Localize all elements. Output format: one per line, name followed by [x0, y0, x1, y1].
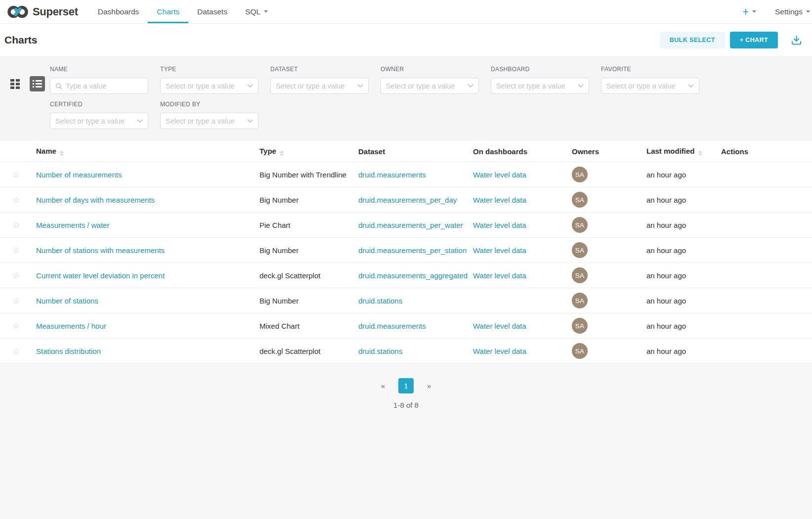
owner-avatar[interactable]: SA: [572, 242, 588, 258]
favorite-star-icon[interactable]: ☆: [12, 322, 20, 330]
card-view-toggle[interactable]: [7, 76, 23, 91]
table-row: ☆ Measurements / water Pie Chart druid.m…: [0, 213, 812, 238]
name-cell: Measurements / water: [36, 221, 259, 229]
owner-avatar[interactable]: SA: [572, 293, 588, 308]
chevron-down-icon: [752, 10, 756, 13]
dataset-link[interactable]: druid.measurements_aggregated: [358, 271, 468, 280]
dashboard-link[interactable]: Water level data: [473, 271, 526, 280]
dashboard-link[interactable]: Water level data: [473, 246, 526, 255]
app-logo[interactable]: Superset: [7, 0, 78, 23]
filter-group-modified-by: MODIFIED BY Select or type a value: [160, 100, 258, 129]
favorite-star-icon[interactable]: ☆: [12, 171, 20, 179]
type-cell: deck.gl Scatterplot: [259, 271, 358, 280]
favorite-star-icon[interactable]: ☆: [12, 246, 20, 255]
chart-name-link[interactable]: Measurements / water: [36, 221, 109, 229]
dataset-link[interactable]: druid.stations: [358, 347, 402, 355]
dataset-link[interactable]: druid.measurements_per_station: [358, 246, 467, 255]
last-modified-cell: an hour ago: [646, 221, 721, 229]
dataset-link[interactable]: druid.measurements_per_water: [358, 221, 463, 229]
modified-by-filter-select[interactable]: Select or type a value: [160, 113, 258, 129]
favorite-cell: ☆: [0, 271, 36, 280]
sort-icon: [698, 151, 702, 156]
favorite-star-icon[interactable]: ☆: [12, 221, 20, 229]
dataset-cell: druid.measurements: [358, 322, 473, 330]
chart-name-link[interactable]: Measurements / hour: [36, 322, 106, 330]
pagination-next[interactable]: »: [427, 382, 431, 390]
owner-avatar[interactable]: SA: [572, 217, 588, 233]
dataset-filter-select[interactable]: Select or type a value: [270, 78, 369, 94]
dashboard-filter-select[interactable]: Select or type a value: [491, 78, 589, 94]
chevron-down-icon: [357, 84, 363, 88]
column-header-name[interactable]: Name: [36, 147, 259, 156]
chart-name-link[interactable]: Number of stations with measurements: [36, 246, 165, 255]
column-header-type[interactable]: Type: [259, 147, 358, 156]
filter-group-favorite: FAVORITE Select or type a value: [601, 65, 699, 94]
table-row: ☆ Current water level deviation in perce…: [0, 263, 812, 288]
pagination-prev[interactable]: «: [381, 382, 385, 390]
filter-row-1: NAME TYPE Select or type a value DATASET…: [50, 65, 812, 94]
filter-label: DATASET: [270, 66, 369, 73]
favorite-cell: ☆: [0, 246, 36, 255]
dataset-link[interactable]: druid.measurements: [358, 322, 426, 330]
dataset-link[interactable]: druid.measurements: [358, 171, 426, 179]
dashboard-cell: Water level data: [473, 271, 572, 280]
chart-name-link[interactable]: Number of stations: [36, 297, 98, 305]
favorite-cell: ☆: [0, 221, 36, 229]
filter-group-certified: CERTIFIED Select or type a value: [50, 100, 148, 129]
dataset-link[interactable]: druid.stations: [358, 297, 402, 305]
pagination-summary: 1-8 of 8: [0, 401, 812, 409]
nav-sql[interactable]: SQL: [236, 0, 277, 23]
nav-dashboards[interactable]: Dashboards: [89, 0, 148, 23]
settings-menu[interactable]: Settings: [775, 7, 810, 16]
table-row: ☆ Stations distribution deck.gl Scatterp…: [0, 339, 812, 364]
favorite-star-icon[interactable]: ☆: [12, 196, 20, 204]
sort-icon: [280, 151, 284, 156]
filter-label: OWNER: [381, 66, 479, 73]
favorite-star-icon[interactable]: ☆: [12, 297, 20, 305]
owner-avatar[interactable]: SA: [572, 267, 588, 283]
type-filter-select[interactable]: Select or type a value: [160, 78, 258, 94]
name-cell: Current water level deviation in percent: [36, 271, 259, 280]
nav-datasets[interactable]: Datasets: [188, 0, 236, 23]
bulk-select-button[interactable]: BULK SELECT: [660, 32, 725, 48]
filter-row-2: CERTIFIED Select or type a value MODIFIE…: [50, 100, 812, 129]
list-view-toggle[interactable]: [30, 76, 45, 91]
dashboard-link[interactable]: Water level data: [473, 322, 526, 330]
dataset-cell: druid.stations: [358, 347, 473, 355]
pagination-page-1[interactable]: 1: [398, 378, 414, 393]
owner-avatar[interactable]: SA: [572, 167, 588, 182]
dataset-link[interactable]: druid.measurements_per_day: [358, 196, 457, 204]
owner-avatar[interactable]: SA: [572, 318, 588, 334]
dashboard-link[interactable]: Water level data: [473, 171, 526, 179]
header-actions: BULK SELECT + CHART: [660, 32, 802, 48]
chevron-down-icon: [247, 84, 253, 88]
pagination: « 1 »: [0, 378, 812, 393]
new-item-button[interactable]: +: [742, 5, 756, 18]
chart-name-link[interactable]: Current water level deviation in percent: [36, 271, 165, 280]
owner-avatar[interactable]: SA: [572, 343, 588, 359]
dashboard-link[interactable]: Water level data: [473, 221, 526, 229]
dashboard-link[interactable]: Water level data: [473, 196, 526, 204]
column-label: Name: [36, 147, 56, 155]
favorite-filter-select[interactable]: Select or type a value: [601, 78, 699, 94]
import-charts-button[interactable]: [791, 35, 802, 45]
chevron-down-icon: [578, 84, 584, 88]
dashboard-link[interactable]: Water level data: [473, 347, 526, 355]
name-filter-input[interactable]: [66, 82, 143, 90]
column-label: Type: [259, 147, 276, 155]
select-placeholder: Select or type a value: [166, 117, 247, 125]
nav-charts[interactable]: Charts: [148, 0, 188, 23]
owners-cell: SA: [572, 293, 646, 308]
chart-name-link[interactable]: Number of measurements: [36, 171, 122, 179]
column-header-last-modified[interactable]: Last modified: [646, 147, 721, 156]
owner-filter-select[interactable]: Select or type a value: [381, 78, 479, 94]
chart-name-link[interactable]: Number of days with measurements: [36, 196, 155, 204]
name-cell: Number of days with measurements: [36, 196, 259, 204]
favorite-star-icon[interactable]: ☆: [12, 347, 20, 355]
add-chart-button[interactable]: + CHART: [730, 32, 778, 48]
owner-avatar[interactable]: SA: [572, 192, 588, 208]
chart-name-link[interactable]: Stations distribution: [36, 347, 101, 355]
favorite-star-icon[interactable]: ☆: [12, 271, 20, 280]
certified-filter-select[interactable]: Select or type a value: [50, 113, 148, 129]
filter-group-name: NAME: [50, 65, 148, 94]
